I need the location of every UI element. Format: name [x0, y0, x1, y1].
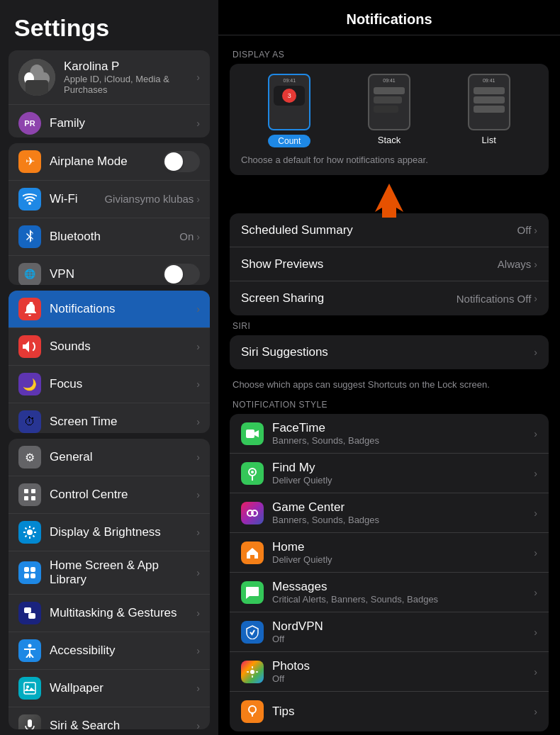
- homescreen-icon: [18, 561, 41, 584]
- accessibility-label: Accessibility: [50, 644, 196, 658]
- siri-hint: Choose which apps can suggest Shortcuts …: [218, 375, 560, 394]
- display-option-list[interactable]: 09:41 List: [468, 74, 510, 147]
- profile-row[interactable]: Karolina P Apple ID, iCloud, Media & Pur…: [9, 50, 210, 105]
- app-row-tips[interactable]: Tips ›: [230, 692, 549, 731]
- scheduled-summary-value: Off: [517, 224, 532, 236]
- sounds-label: Sounds: [50, 340, 196, 354]
- vpn-toggle[interactable]: [163, 264, 200, 285]
- svg-rect-23: [28, 613, 35, 619]
- svg-marker-30: [254, 430, 259, 437]
- home-name: Home: [272, 540, 534, 554]
- facetime-sub: Banners, Sounds, Badges: [272, 435, 534, 446]
- siri-suggestions-chevron: ›: [534, 347, 537, 358]
- app-row-messages[interactable]: Messages Critical Alerts, Banners, Sound…: [230, 573, 549, 612]
- screen-sharing-value: Notifications Off: [457, 293, 532, 305]
- findmy-chevron: ›: [534, 468, 537, 479]
- facetime-info: FaceTime Banners, Sounds, Badges: [272, 421, 534, 446]
- sidebar-item-airplane[interactable]: ✈ Airplane Mode: [9, 143, 210, 181]
- gamecenter-sub: Banners, Sounds, Badges: [272, 515, 534, 525]
- vpn-icon: 🌐: [18, 263, 41, 286]
- svg-point-35: [250, 670, 254, 674]
- sidebar-item-multitasking[interactable]: Multitasking & Gestures ›: [9, 595, 210, 632]
- svg-line-14: [26, 528, 27, 529]
- family-avatar: PR: [18, 112, 41, 135]
- sidebar-item-focus[interactable]: 🌙 Focus ›: [9, 366, 210, 403]
- controlcentre-label: Control Centre: [50, 488, 196, 502]
- family-row[interactable]: PR Family ›: [9, 105, 210, 138]
- wifi-icon: [18, 188, 41, 211]
- tips-name: Tips: [272, 705, 534, 719]
- svg-rect-21: [30, 573, 35, 578]
- screentime-icon: ⏱: [18, 410, 41, 433]
- sidebar-item-vpn[interactable]: 🌐 VPN: [9, 256, 210, 286]
- siri-section-label: SIRI: [218, 321, 560, 331]
- sidebar-item-sounds[interactable]: Sounds ›: [9, 328, 210, 366]
- sidebar-item-bluetooth[interactable]: Bluetooth On ›: [9, 218, 210, 256]
- sidebar-item-displaybrightness[interactable]: Display & Brightness ›: [9, 514, 210, 551]
- arrow-annotation: [218, 176, 560, 219]
- sidebar-item-siri[interactable]: Siri & Search ›: [9, 707, 210, 729]
- airplane-label: Airplane Mode: [50, 155, 163, 169]
- multitasking-chevron: ›: [196, 607, 200, 619]
- count-mockup: 09:41 3: [268, 74, 310, 130]
- display-as-label: DISPLAY AS: [218, 50, 560, 60]
- findmy-sub: Deliver Quietly: [272, 475, 534, 486]
- sidebar-item-screentime[interactable]: ⏱ Screen Time ›: [9, 403, 210, 433]
- gamecenter-info: Game Center Banners, Sounds, Badges: [272, 500, 534, 525]
- controlcentre-chevron: ›: [196, 489, 200, 500]
- family-label: Family: [50, 116, 85, 130]
- profile-info: Karolina P Apple ID, iCloud, Media & Pur…: [64, 60, 196, 95]
- app-row-nordvpn[interactable]: NordVPN Off ›: [230, 612, 549, 652]
- notification-settings-group: Scheduled Summary Off › Show Previews Al…: [230, 213, 549, 315]
- app-row-findmy[interactable]: Find My Deliver Quietly ›: [230, 454, 549, 493]
- tips-chevron: ›: [534, 706, 537, 717]
- settings-group2: Notifications › Sounds › 🌙 Focus › ⏱ Scr…: [9, 291, 210, 433]
- svg-rect-29: [246, 430, 254, 438]
- svg-rect-4: [26, 80, 48, 96]
- general-chevron: ›: [196, 451, 200, 463]
- photos-info: Photos Off: [272, 659, 534, 684]
- show-previews-value: Always: [498, 258, 532, 270]
- list-label: List: [482, 135, 496, 145]
- photos-icon: [241, 661, 264, 683]
- sidebar-item-wallpaper[interactable]: Wallpaper ›: [9, 670, 210, 707]
- photos-sub: Off: [272, 673, 534, 684]
- facetime-name: FaceTime: [272, 421, 534, 435]
- sidebar-item-notifications[interactable]: Notifications ›: [9, 291, 210, 328]
- app-row-home[interactable]: Home Deliver Quietly ›: [230, 533, 549, 573]
- bluetooth-value: On: [179, 230, 194, 242]
- notifications-label: Notifications: [50, 302, 196, 316]
- sidebar-item-wifi[interactable]: Wi-Fi Giviansymo klubas ›: [9, 181, 210, 218]
- app-row-gamecenter[interactable]: Game Center Banners, Sounds, Badges ›: [230, 493, 549, 533]
- findmy-info: Find My Deliver Quietly: [272, 461, 534, 486]
- tips-icon: [241, 700, 264, 723]
- display-option-count[interactable]: 09:41 3 Count: [268, 74, 310, 147]
- display-options: 09:41 3 Count 09:41: [240, 74, 539, 147]
- panel-title: Notifications: [346, 11, 432, 27]
- svg-rect-19: [30, 567, 35, 572]
- sidebar-item-controlcentre[interactable]: Control Centre ›: [9, 476, 210, 514]
- multitasking-label: Multitasking & Gestures: [50, 606, 196, 620]
- svg-rect-5: [24, 489, 28, 493]
- svg-line-17: [26, 536, 27, 537]
- controlcentre-icon: [18, 483, 41, 506]
- airplane-toggle[interactable]: [163, 151, 200, 172]
- app-row-facetime[interactable]: FaceTime Banners, Sounds, Badges ›: [230, 414, 549, 454]
- show-previews-row[interactable]: Show Previews Always ›: [230, 247, 549, 281]
- family-chevron: ›: [196, 118, 200, 129]
- screentime-chevron: ›: [196, 416, 200, 427]
- siri-suggestions-row[interactable]: Siri Suggestions ›: [230, 335, 549, 369]
- sidebar-item-accessibility[interactable]: Accessibility ›: [9, 632, 210, 670]
- svg-point-24: [28, 644, 32, 648]
- screen-sharing-chevron: ›: [534, 293, 537, 304]
- display-option-stack[interactable]: 09:41 Stack: [368, 74, 410, 147]
- display-as-card: 09:41 3 Count 09:41: [230, 64, 549, 175]
- sidebar-item-homescreen[interactable]: Home Screen & App Library ›: [9, 551, 210, 595]
- sounds-icon: [18, 335, 41, 358]
- focus-icon: 🌙: [18, 373, 41, 395]
- findmy-icon: [241, 462, 264, 485]
- sidebar-item-general[interactable]: ⚙ General ›: [9, 439, 210, 476]
- screen-sharing-row[interactable]: Screen Sharing Notifications Off ›: [230, 281, 549, 315]
- app-row-photos[interactable]: Photos Off ›: [230, 652, 549, 692]
- displaybrightness-chevron: ›: [196, 527, 200, 538]
